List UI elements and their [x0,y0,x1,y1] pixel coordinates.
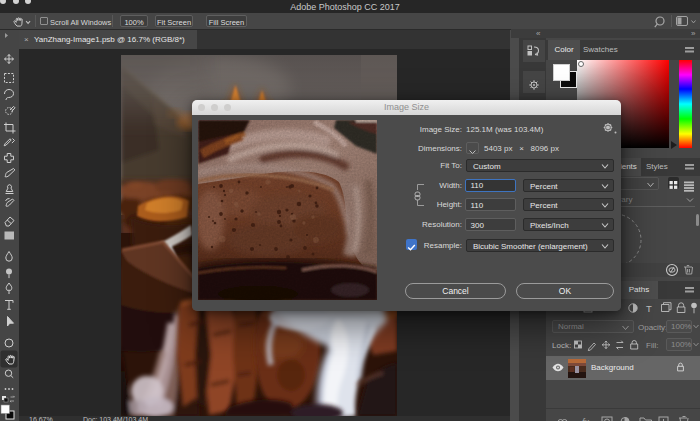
svg-text:fx: fx [582,417,590,421]
svg-text:T: T [646,303,652,314]
